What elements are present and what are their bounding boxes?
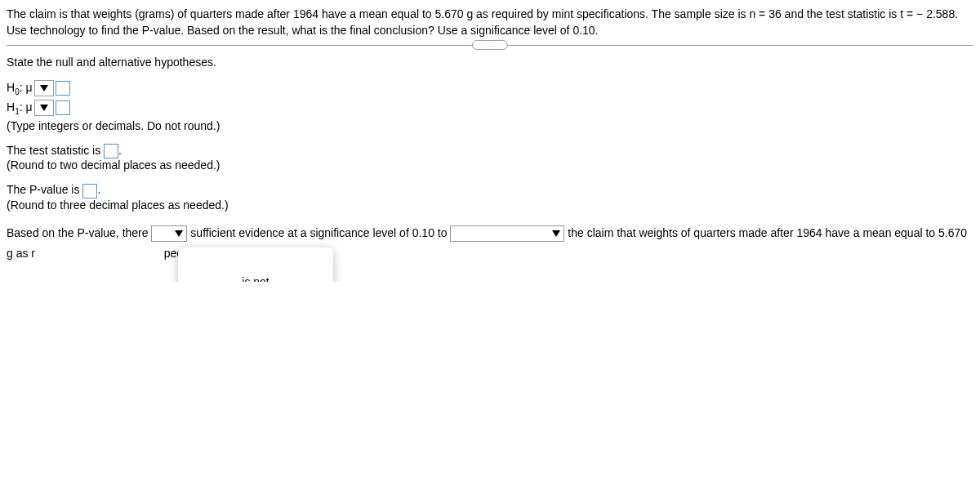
evidence-dropdown[interactable] [151, 225, 187, 242]
problem-statement: The claim is that weights (grams) of qua… [7, 7, 973, 38]
test-statistic-line: The test statistic is . [7, 144, 973, 158]
test-statistic-input[interactable] [104, 144, 118, 158]
h0-value-input[interactable] [56, 81, 70, 96]
pvalue-hint: (Round to three decimal places as needed… [7, 198, 973, 212]
chevron-down-icon [175, 230, 183, 237]
h1-label: H1: μ [7, 100, 33, 116]
h0-row: H0: μ [7, 80, 973, 96]
test-statistic-hint: (Round to two decimal places as needed.) [7, 158, 973, 172]
h0-label: H0: μ [7, 81, 33, 96]
section-divider: ..... [7, 45, 973, 46]
h0-operator-dropdown[interactable] [34, 80, 54, 96]
h1-value-input[interactable] [56, 100, 70, 115]
evidence-dropdown-menu: is not is [178, 247, 333, 282]
dropdown-option-is-not[interactable]: is not [178, 264, 333, 282]
chevron-down-icon [552, 230, 560, 237]
conclusion-line: Based on the P-value, there sufficient e… [7, 223, 973, 264]
h1-operator-dropdown[interactable] [34, 100, 54, 116]
hypotheses-hint: (Type integers or decimals. Do not round… [7, 119, 973, 132]
chevron-down-icon [40, 85, 48, 91]
pvalue-line: The P-value is . [7, 183, 973, 198]
divider-handle[interactable]: ..... [472, 40, 508, 50]
pvalue-input[interactable] [82, 184, 97, 198]
hypotheses-prompt: State the null and alternative hypothese… [7, 56, 973, 69]
action-dropdown[interactable] [450, 225, 564, 242]
h1-row: H1: μ [7, 100, 973, 116]
chevron-down-icon [40, 105, 48, 111]
